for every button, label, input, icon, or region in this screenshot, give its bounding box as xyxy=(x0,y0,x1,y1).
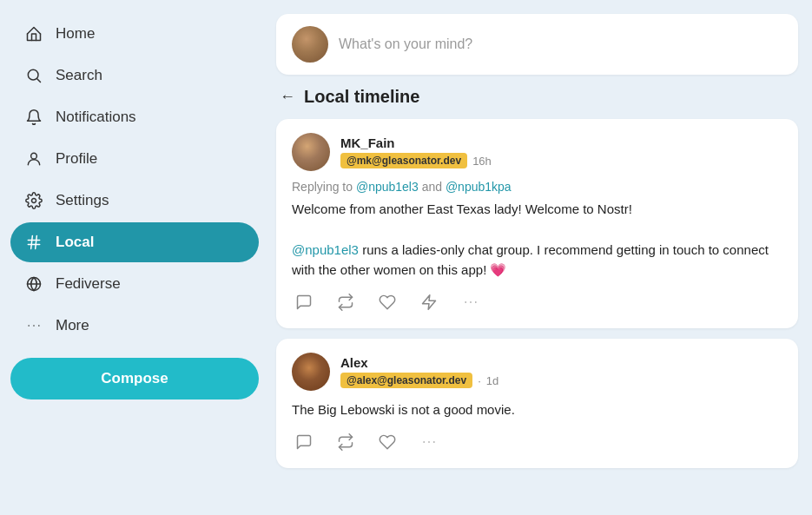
svg-line-6 xyxy=(36,236,37,249)
user-icon xyxy=(24,149,43,168)
svg-point-11 xyxy=(38,325,40,327)
post-reply-to: Replying to @npub1el3 and @npub1kpa xyxy=(292,180,782,194)
sidebar-item-home[interactable]: Home xyxy=(10,14,259,54)
sidebar-item-local-label: Local xyxy=(56,234,94,251)
hashtag-icon xyxy=(24,233,43,252)
svg-point-18 xyxy=(433,441,435,443)
sidebar: Home Search Notifications Profile Settin… xyxy=(0,0,269,515)
svg-point-1 xyxy=(31,153,37,159)
reply-button[interactable] xyxy=(292,430,316,454)
repost-button[interactable] xyxy=(333,430,358,454)
sidebar-item-notifications[interactable]: Notifications xyxy=(10,97,259,137)
home-icon xyxy=(24,24,43,43)
svg-point-15 xyxy=(475,301,477,303)
compose-placeholder[interactable]: What's on your mind? xyxy=(339,36,782,52)
sidebar-item-fediverse[interactable]: Fediverse xyxy=(10,264,259,304)
mention-link[interactable]: @npub1el3 xyxy=(356,180,419,194)
sidebar-item-settings[interactable]: Settings xyxy=(10,181,259,221)
like-button[interactable] xyxy=(375,430,399,454)
post-author-name: MK_Fain xyxy=(340,135,492,150)
svg-marker-12 xyxy=(423,295,436,310)
sidebar-item-settings-label: Settings xyxy=(56,192,109,209)
mention-link[interactable]: @npub1kpa xyxy=(446,180,512,194)
dots-icon xyxy=(24,316,43,335)
post-content: The Big Lebowski is not a good movie. xyxy=(292,399,782,419)
post-handle-row: @mk@gleasonator.dev 16h xyxy=(340,153,492,168)
post-header: Alex @alex@gleasonator.dev · 1d xyxy=(292,353,782,391)
compose-box: What's on your mind? xyxy=(276,14,798,75)
avatar xyxy=(292,133,330,171)
post-author-name: Alex xyxy=(340,355,498,370)
post-time: · xyxy=(478,374,481,387)
svg-point-17 xyxy=(428,441,430,443)
post-time-value: 1d xyxy=(486,374,498,387)
sidebar-item-profile-label: Profile xyxy=(56,150,97,168)
sidebar-item-local[interactable]: Local xyxy=(10,222,259,262)
globe-icon xyxy=(24,274,43,294)
compose-button[interactable]: Compose xyxy=(10,358,259,399)
sidebar-item-profile[interactable]: Profile xyxy=(10,139,259,179)
post-handle: @mk@gleasonator.dev xyxy=(340,153,467,168)
post-actions xyxy=(292,430,782,454)
sidebar-item-home-label: Home xyxy=(56,25,95,43)
post-time: 16h xyxy=(472,155,492,168)
reply-button[interactable] xyxy=(292,290,316,314)
post-card: Alex @alex@gleasonator.dev · 1d The Big … xyxy=(276,339,798,468)
mention-link[interactable]: @npub1el3 xyxy=(292,242,359,257)
sidebar-item-more[interactable]: More xyxy=(10,306,259,346)
sidebar-item-search[interactable]: Search xyxy=(10,56,259,96)
svg-point-2 xyxy=(32,199,36,203)
gear-icon xyxy=(24,191,43,210)
post-handle: @alex@gleasonator.dev xyxy=(340,373,472,388)
post-content: Welcome from another East Texas lady! We… xyxy=(292,199,782,280)
svg-point-9 xyxy=(33,325,35,327)
current-user-avatar xyxy=(292,26,328,63)
svg-point-14 xyxy=(470,301,472,303)
back-button[interactable]: ← xyxy=(280,88,295,106)
repost-button[interactable] xyxy=(333,290,358,314)
svg-point-13 xyxy=(465,301,466,303)
sidebar-item-search-label: Search xyxy=(56,67,102,84)
post-handle-row: @alex@gleasonator.dev · 1d xyxy=(340,373,498,388)
more-button[interactable] xyxy=(417,430,441,454)
post-header: MK_Fain @mk@gleasonator.dev 16h xyxy=(292,133,782,171)
avatar xyxy=(292,353,330,391)
sidebar-item-more-label: More xyxy=(56,317,89,334)
timeline-title: Local timeline xyxy=(304,87,419,107)
post-meta: Alex @alex@gleasonator.dev · 1d xyxy=(340,355,498,388)
like-button[interactable] xyxy=(375,290,399,314)
sidebar-item-fediverse-label: Fediverse xyxy=(56,275,121,293)
zap-button[interactable] xyxy=(417,290,441,314)
timeline-header: ← Local timeline xyxy=(276,85,798,109)
svg-point-16 xyxy=(423,441,425,443)
more-button[interactable] xyxy=(459,290,483,314)
main-content: What's on your mind? ← Local timeline MK… xyxy=(269,0,812,515)
svg-line-5 xyxy=(31,236,33,249)
post-meta: MK_Fain @mk@gleasonator.dev 16h xyxy=(340,135,492,168)
search-icon xyxy=(24,66,43,85)
bell-icon xyxy=(24,108,43,127)
svg-point-10 xyxy=(28,325,30,327)
post-actions xyxy=(292,290,782,314)
post-card: MK_Fain @mk@gleasonator.dev 16h Replying… xyxy=(276,119,798,328)
sidebar-item-notifications-label: Notifications xyxy=(56,109,136,126)
